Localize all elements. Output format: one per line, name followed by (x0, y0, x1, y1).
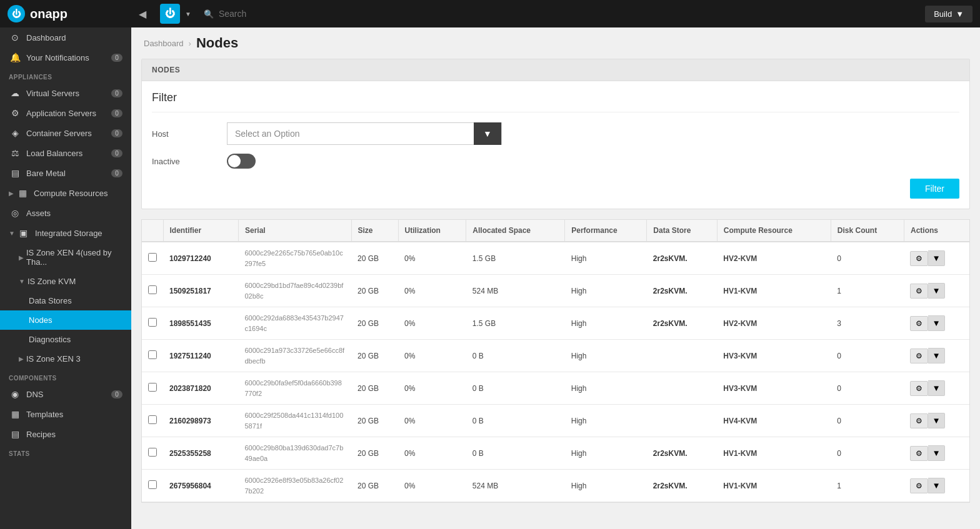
row-checkbox-6[interactable] (142, 437, 163, 470)
row-settings-btn-1[interactable]: ⚙ (910, 284, 928, 299)
filter-host-placeholder: Select an Option (228, 129, 474, 139)
dashboard-icon: ⊙ (9, 32, 21, 42)
row-datastore-4 (647, 372, 718, 405)
filter-title: Filter (152, 91, 959, 104)
row-allocated-6: 0 B (466, 437, 565, 470)
breadcrumb-current: Nodes (196, 35, 238, 51)
filter-host-label: Host (152, 129, 227, 139)
row-action-caret-5[interactable]: ▼ (928, 413, 944, 428)
row-settings-btn-7[interactable]: ⚙ (910, 478, 928, 493)
row-datastore-5 (647, 405, 718, 437)
row-identifier-2: 1898551435 (163, 307, 238, 340)
row-serial-6: 6000c29b80ba139d630dad7c7b49ae0a (238, 437, 351, 470)
row-action-caret-7[interactable]: ▼ (928, 478, 944, 493)
row-actions-0: ⚙▼ (904, 242, 969, 275)
sidebar-toggle[interactable]: ◀ (131, 8, 154, 20)
row-compute-resource-6: HV1-KVM (717, 437, 831, 470)
row-settings-btn-5[interactable]: ⚙ (910, 413, 928, 428)
row-allocated-5: 0 B (466, 405, 565, 437)
sidebar-item-compute-resources[interactable]: ▶ ▦ Compute Resources (0, 183, 131, 203)
integrated-storage-icon: ▣ (18, 228, 30, 238)
row-action-caret-6[interactable]: ▼ (928, 445, 944, 461)
notifications-badge: 0 (111, 54, 122, 62)
row-checkbox-3[interactable] (142, 340, 163, 372)
row-identifier-0: 1029712240 (163, 242, 238, 275)
col-disk-count: Disk Count (831, 220, 904, 242)
sidebar-item-recipes[interactable]: ▤ Recipes (0, 424, 131, 444)
filter-host-row: Host Select an Option ▼ (152, 122, 959, 145)
row-settings-btn-0[interactable]: ⚙ (910, 251, 928, 266)
sidebar-item-virtual-servers[interactable]: ☁ Virtual Servers 0 (0, 83, 131, 103)
col-performance: Performance (565, 220, 647, 242)
sidebar-item-container-servers[interactable]: ◈ Container Servers 0 (0, 123, 131, 143)
row-settings-btn-2[interactable]: ⚙ (910, 316, 928, 331)
sidebar-item-integrated-storage[interactable]: ▼ ▣ Integrated Storage (0, 223, 131, 243)
row-datastore-7: 2r2sKVM. (647, 470, 718, 502)
toggle-thumb (228, 155, 241, 167)
col-size: Size (351, 220, 398, 242)
build-button[interactable]: Build ▼ (925, 6, 972, 22)
panel-header: NODES (142, 59, 969, 81)
sidebar-item-application-servers[interactable]: ⚙ Application Servers 0 (0, 103, 131, 123)
row-checkbox-4[interactable] (142, 372, 163, 405)
row-disk-count-6: 0 (831, 437, 904, 470)
sidebar-item-diagnostics[interactable]: Diagnostics (0, 330, 131, 349)
inactive-toggle[interactable] (227, 154, 256, 169)
row-datastore-0: 2r2sKVM. (647, 242, 718, 275)
sidebar-item-is-zone-kvm[interactable]: ▼ IS Zone KVM (0, 272, 131, 291)
col-identifier: Identifier (163, 220, 238, 242)
row-settings-btn-4[interactable]: ⚙ (910, 381, 928, 396)
filter-host-select[interactable]: Select an Option ▼ (227, 122, 502, 145)
row-allocated-1: 524 MB (466, 275, 565, 307)
sidebar-item-bare-metal[interactable]: ▤ Bare Metal 0 (0, 163, 131, 183)
row-action-caret-2[interactable]: ▼ (928, 315, 944, 331)
sidebar-item-dns[interactable]: ◉ DNS 0 (0, 384, 131, 404)
row-compute-resource-1: HV1-KVM (717, 275, 831, 307)
sidebar-item-nodes[interactable]: Nodes (0, 310, 131, 330)
sidebar-item-is-zone-xen4[interactable]: ▶ IS Zone XEN 4(used by Tha... (0, 243, 131, 272)
row-actions-6: ⚙▼ (904, 437, 969, 470)
row-disk-count-0: 0 (831, 242, 904, 275)
is-zone-kvm-caret: ▼ (19, 278, 25, 285)
search-input[interactable] (219, 9, 344, 19)
table-row: 1927511240 6000c291a973c33726e5e66cc8fdb… (142, 340, 969, 372)
sidebar-item-dashboard[interactable]: ⊙ Dashboard (0, 27, 131, 47)
row-action-caret-4[interactable]: ▼ (928, 380, 944, 396)
row-action-caret-3[interactable]: ▼ (928, 348, 944, 363)
row-action-caret-0[interactable]: ▼ (928, 250, 944, 266)
sidebar-item-assets[interactable]: ◎ Assets (0, 203, 131, 223)
row-performance-3: High (565, 340, 647, 372)
row-utilization-7: 0% (398, 470, 466, 502)
row-checkbox-0[interactable] (142, 242, 163, 275)
row-compute-resource-2: HV2-KVM (717, 307, 831, 340)
row-settings-btn-6[interactable]: ⚙ (910, 446, 928, 461)
sidebar-item-load-balancers[interactable]: ⚖ Load Balancers 0 (0, 143, 131, 163)
row-checkbox-1[interactable] (142, 275, 163, 307)
sidebar-item-notifications[interactable]: 🔔 Your Notifications 0 (0, 47, 131, 67)
row-serial-2: 6000c292da6883e435437b2947c1694c (238, 307, 351, 340)
components-section-label: COMPONENTS (0, 368, 131, 384)
dns-badge: 0 (111, 390, 122, 398)
logo: ⏻ onapp (0, 5, 131, 22)
notifications-icon: 🔔 (9, 52, 21, 62)
load-balancers-icon: ⚖ (9, 148, 21, 158)
sidebar-item-is-zone-xen3[interactable]: ▶ IS Zone XEN 3 (0, 349, 131, 368)
app-switcher[interactable]: ⏻ ▼ (160, 4, 191, 24)
is-zone-xen3-caret: ▶ (19, 355, 24, 362)
sidebar-item-templates[interactable]: ▦ Templates (0, 404, 131, 424)
row-size-4: 20 GB (351, 372, 398, 405)
app-icon: ⏻ (160, 4, 180, 24)
breadcrumb-parent[interactable]: Dashboard (144, 39, 184, 48)
row-checkbox-5[interactable] (142, 405, 163, 437)
is-zone-xen4-caret: ▶ (19, 254, 24, 261)
row-settings-btn-3[interactable]: ⚙ (910, 349, 928, 363)
sidebar-item-data-stores[interactable]: Data Stores (0, 291, 131, 310)
filter-button[interactable]: Filter (910, 179, 959, 199)
row-checkbox-7[interactable] (142, 470, 163, 502)
row-checkbox-2[interactable] (142, 307, 163, 340)
row-action-caret-1[interactable]: ▼ (928, 283, 944, 299)
col-checkbox (142, 220, 163, 242)
filter-host-dropdown-btn[interactable]: ▼ (474, 122, 501, 145)
row-utilization-3: 0% (398, 340, 466, 372)
row-size-0: 20 GB (351, 242, 398, 275)
